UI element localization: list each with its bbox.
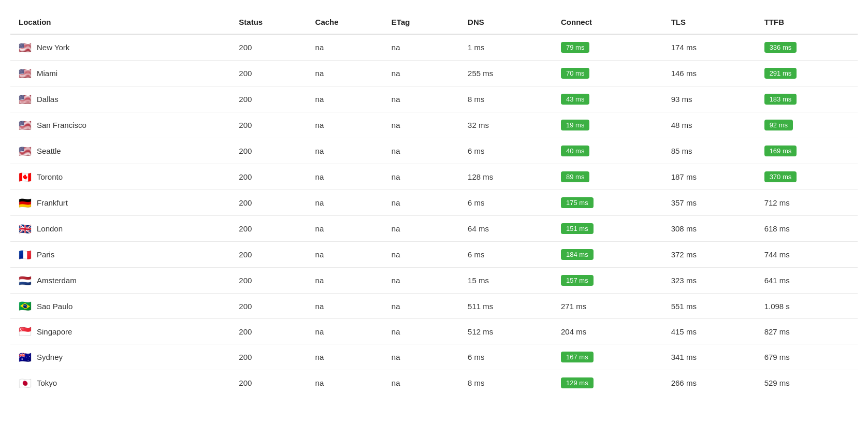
cell-dns: 15 ms: [459, 268, 553, 294]
cell-tls: 85 ms: [663, 138, 756, 164]
cell-dns: 64 ms: [459, 216, 553, 242]
ttfb-badge: 92 ms: [764, 120, 793, 130]
cell-etag: na: [383, 370, 459, 396]
flag-icon: 🇸🇬: [19, 326, 32, 337]
cell-etag: na: [383, 344, 459, 370]
cell-connect: 167 ms: [553, 344, 663, 370]
connect-badge: 184 ms: [561, 249, 594, 260]
cell-cache: na: [307, 268, 383, 294]
cell-ttfb: 336 ms: [756, 34, 858, 61]
location-name: Sydney: [37, 353, 63, 361]
flag-icon: 🇳🇱: [19, 275, 32, 286]
cell-status: 200: [230, 216, 307, 242]
table-row: 🇨🇦Toronto200nana128 ms89 ms187 ms370 ms: [10, 164, 858, 190]
cell-location: 🇧🇷Sao Paulo: [10, 294, 230, 319]
cell-status: 200: [230, 86, 307, 112]
cell-tls: 174 ms: [663, 34, 756, 61]
cell-cache: na: [307, 86, 383, 112]
cell-tls: 146 ms: [663, 61, 756, 86]
cell-tls: 551 ms: [663, 294, 756, 319]
cell-tls: 308 ms: [663, 216, 756, 242]
cell-etag: na: [383, 138, 459, 164]
cell-tls: 357 ms: [663, 190, 756, 216]
cell-tls: 415 ms: [663, 319, 756, 344]
location-name: Sao Paulo: [37, 302, 73, 311]
cell-status: 200: [230, 294, 307, 319]
cell-etag: na: [383, 86, 459, 112]
cell-ttfb: 291 ms: [756, 61, 858, 86]
cell-ttfb: 712 ms: [756, 190, 858, 216]
cell-connect: 271 ms: [553, 294, 663, 319]
cell-connect: 204 ms: [553, 319, 663, 344]
cell-connect: 70 ms: [553, 61, 663, 86]
location-name: Amsterdam: [37, 276, 77, 285]
table-row: 🇺🇸New York200nana1 ms79 ms174 ms336 ms: [10, 34, 858, 61]
header-location: Location: [10, 10, 230, 34]
connect-badge: 43 ms: [561, 94, 589, 105]
connect-badge: 70 ms: [561, 68, 589, 79]
cell-connect: 79 ms: [553, 34, 663, 61]
cell-location: 🇦🇺Sydney: [10, 344, 230, 370]
cell-status: 200: [230, 138, 307, 164]
cell-dns: 8 ms: [459, 86, 553, 112]
cell-cache: na: [307, 344, 383, 370]
location-name: San Francisco: [37, 121, 86, 129]
cell-etag: na: [383, 268, 459, 294]
cell-etag: na: [383, 164, 459, 190]
cell-dns: 8 ms: [459, 370, 553, 396]
cell-location: 🇬🇧London: [10, 216, 230, 242]
cell-status: 200: [230, 344, 307, 370]
cell-location: 🇳🇱Amsterdam: [10, 268, 230, 294]
ttfb-badge: 183 ms: [764, 94, 797, 105]
ttfb-badge: 336 ms: [764, 42, 797, 53]
cell-location: 🇺🇸Seattle: [10, 138, 230, 164]
cell-location: 🇸🇬Singapore: [10, 319, 230, 344]
cell-dns: 255 ms: [459, 61, 553, 86]
header-cache: Cache: [307, 10, 383, 34]
cell-location: 🇩🇪Frankfurt: [10, 190, 230, 216]
table-row: 🇧🇷Sao Paulo200nana511 ms271 ms551 ms1.09…: [10, 294, 858, 319]
cell-connect: 129 ms: [553, 370, 663, 396]
location-name: Singapore: [37, 327, 72, 336]
cell-location: 🇺🇸San Francisco: [10, 112, 230, 138]
connect-badge: 89 ms: [561, 171, 589, 182]
cell-connect: 157 ms: [553, 268, 663, 294]
location-name: Frankfurt: [37, 198, 68, 207]
cell-connect: 184 ms: [553, 242, 663, 268]
cell-cache: na: [307, 190, 383, 216]
cell-tls: 187 ms: [663, 164, 756, 190]
cell-connect: 89 ms: [553, 164, 663, 190]
connect-badge: 151 ms: [561, 223, 594, 234]
header-status: Status: [230, 10, 307, 34]
flag-icon: 🇦🇺: [19, 352, 32, 362]
cell-location: 🇫🇷Paris: [10, 242, 230, 268]
table-row: 🇸🇬Singapore200nana512 ms204 ms415 ms827 …: [10, 319, 858, 344]
cell-etag: na: [383, 216, 459, 242]
cell-location: 🇯🇵Tokyo: [10, 370, 230, 396]
cell-location: 🇺🇸Dallas: [10, 86, 230, 112]
ttfb-badge: 370 ms: [764, 171, 797, 182]
cell-dns: 32 ms: [459, 112, 553, 138]
flag-icon: 🇺🇸: [19, 120, 32, 130]
cell-status: 200: [230, 268, 307, 294]
performance-table: Location Status Cache ETag DNS Connect T…: [10, 10, 858, 396]
cell-status: 200: [230, 164, 307, 190]
cell-ttfb: 641 ms: [756, 268, 858, 294]
cell-connect: 19 ms: [553, 112, 663, 138]
cell-status: 200: [230, 34, 307, 61]
cell-etag: na: [383, 61, 459, 86]
cell-status: 200: [230, 242, 307, 268]
location-name: London: [37, 224, 63, 233]
cell-ttfb: 744 ms: [756, 242, 858, 268]
ttfb-badge: 291 ms: [764, 68, 797, 79]
table-row: 🇺🇸San Francisco200nana32 ms19 ms48 ms92 …: [10, 112, 858, 138]
cell-cache: na: [307, 319, 383, 344]
cell-status: 200: [230, 370, 307, 396]
cell-status: 200: [230, 112, 307, 138]
connect-badge: 79 ms: [561, 42, 589, 53]
flag-icon: 🇺🇸: [19, 94, 32, 105]
connect-badge: 167 ms: [561, 352, 594, 362]
cell-cache: na: [307, 370, 383, 396]
cell-cache: na: [307, 138, 383, 164]
cell-ttfb: 370 ms: [756, 164, 858, 190]
